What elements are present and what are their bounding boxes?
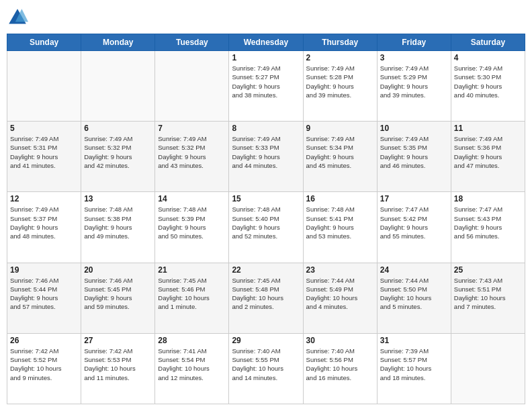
day-number: 9 — [306, 124, 374, 133]
calendar-cell: 9Sunrise: 7:49 AM Sunset: 5:34 PM Daylig… — [303, 122, 377, 192]
logo-icon — [7, 7, 28, 28]
day-number: 27 — [84, 336, 152, 345]
weekday-saturday: Saturday — [451, 34, 525, 51]
day-number: 24 — [380, 265, 448, 275]
day-info: Sunrise: 7:49 AM Sunset: 5:32 PM Dayligh… — [84, 134, 152, 170]
day-info: Sunrise: 7:49 AM Sunset: 5:31 PM Dayligh… — [10, 134, 78, 170]
day-info: Sunrise: 7:47 AM Sunset: 5:43 PM Dayligh… — [454, 205, 522, 240]
calendar-cell: 6Sunrise: 7:49 AM Sunset: 5:32 PM Daylig… — [81, 122, 155, 192]
day-number: 16 — [306, 194, 374, 203]
day-info: Sunrise: 7:42 AM Sunset: 5:52 PM Dayligh… — [10, 347, 78, 382]
calendar-cell: 28Sunrise: 7:41 AM Sunset: 5:54 PM Dayli… — [155, 333, 229, 404]
day-number: 30 — [306, 336, 374, 345]
day-info: Sunrise: 7:49 AM Sunset: 5:27 PM Dayligh… — [232, 64, 300, 99]
day-info: Sunrise: 7:47 AM Sunset: 5:42 PM Dayligh… — [380, 205, 448, 240]
day-number: 31 — [380, 336, 448, 345]
weekday-thursday: Thursday — [303, 34, 377, 51]
calendar-cell: 13Sunrise: 7:48 AM Sunset: 5:38 PM Dayli… — [81, 192, 155, 263]
day-number: 17 — [380, 194, 448, 203]
day-info: Sunrise: 7:39 AM Sunset: 5:57 PM Dayligh… — [380, 347, 448, 382]
day-info: Sunrise: 7:49 AM Sunset: 5:32 PM Dayligh… — [158, 134, 226, 170]
calendar-cell: 21Sunrise: 7:45 AM Sunset: 5:46 PM Dayli… — [155, 263, 229, 333]
day-info: Sunrise: 7:49 AM Sunset: 5:28 PM Dayligh… — [306, 64, 374, 99]
header — [7, 7, 525, 28]
calendar-row-2: 12Sunrise: 7:49 AM Sunset: 5:37 PM Dayli… — [7, 192, 525, 263]
calendar-cell: 31Sunrise: 7:39 AM Sunset: 5:57 PM Dayli… — [377, 333, 451, 404]
day-number: 12 — [10, 194, 78, 203]
calendar-table: SundayMondayTuesdayWednesdayThursdayFrid… — [7, 34, 525, 404]
day-number: 11 — [454, 124, 522, 133]
calendar-cell: 4Sunrise: 7:49 AM Sunset: 5:30 PM Daylig… — [451, 51, 525, 122]
day-info: Sunrise: 7:44 AM Sunset: 5:50 PM Dayligh… — [380, 276, 448, 312]
day-number: 25 — [454, 265, 522, 275]
calendar-cell: 14Sunrise: 7:48 AM Sunset: 5:39 PM Dayli… — [155, 192, 229, 263]
page: SundayMondayTuesdayWednesdayThursdayFrid… — [0, 0, 532, 411]
day-number: 1 — [232, 53, 300, 62]
calendar-cell: 19Sunrise: 7:46 AM Sunset: 5:44 PM Dayli… — [7, 263, 81, 333]
calendar-cell: 11Sunrise: 7:49 AM Sunset: 5:36 PM Dayli… — [451, 122, 525, 192]
calendar-row-4: 26Sunrise: 7:42 AM Sunset: 5:52 PM Dayli… — [7, 333, 525, 404]
calendar-cell: 30Sunrise: 7:40 AM Sunset: 5:56 PM Dayli… — [303, 333, 377, 404]
weekday-friday: Friday — [377, 34, 451, 51]
day-number: 28 — [158, 336, 226, 345]
calendar-cell: 20Sunrise: 7:46 AM Sunset: 5:45 PM Dayli… — [81, 263, 155, 333]
calendar-cell: 1Sunrise: 7:49 AM Sunset: 5:27 PM Daylig… — [229, 51, 303, 122]
calendar-cell: 16Sunrise: 7:48 AM Sunset: 5:41 PM Dayli… — [303, 192, 377, 263]
day-number: 3 — [380, 53, 448, 62]
calendar-cell: 29Sunrise: 7:40 AM Sunset: 5:55 PM Dayli… — [229, 333, 303, 404]
calendar-cell: 15Sunrise: 7:48 AM Sunset: 5:40 PM Dayli… — [229, 192, 303, 263]
calendar-cell — [451, 333, 525, 404]
calendar-cell: 24Sunrise: 7:44 AM Sunset: 5:50 PM Dayli… — [377, 263, 451, 333]
day-info: Sunrise: 7:49 AM Sunset: 5:36 PM Dayligh… — [454, 134, 522, 170]
day-number: 15 — [232, 194, 300, 203]
day-number: 22 — [232, 265, 300, 275]
day-info: Sunrise: 7:49 AM Sunset: 5:37 PM Dayligh… — [10, 205, 78, 240]
day-number: 13 — [84, 194, 152, 203]
calendar-cell: 25Sunrise: 7:43 AM Sunset: 5:51 PM Dayli… — [451, 263, 525, 333]
calendar-cell: 27Sunrise: 7:42 AM Sunset: 5:53 PM Dayli… — [81, 333, 155, 404]
day-number: 8 — [232, 124, 300, 133]
calendar-cell — [155, 51, 229, 122]
weekday-tuesday: Tuesday — [155, 34, 229, 51]
calendar-cell: 17Sunrise: 7:47 AM Sunset: 5:42 PM Dayli… — [377, 192, 451, 263]
day-info: Sunrise: 7:46 AM Sunset: 5:45 PM Dayligh… — [84, 276, 152, 312]
day-info: Sunrise: 7:42 AM Sunset: 5:53 PM Dayligh… — [84, 347, 152, 382]
calendar-row-0: 1Sunrise: 7:49 AM Sunset: 5:27 PM Daylig… — [7, 51, 525, 122]
day-info: Sunrise: 7:49 AM Sunset: 5:30 PM Dayligh… — [454, 64, 522, 99]
calendar-cell: 8Sunrise: 7:49 AM Sunset: 5:33 PM Daylig… — [229, 122, 303, 192]
day-number: 29 — [232, 336, 300, 345]
day-info: Sunrise: 7:40 AM Sunset: 5:55 PM Dayligh… — [232, 347, 300, 382]
day-number: 20 — [84, 265, 152, 275]
weekday-monday: Monday — [81, 34, 155, 51]
day-info: Sunrise: 7:48 AM Sunset: 5:40 PM Dayligh… — [232, 205, 300, 240]
day-info: Sunrise: 7:48 AM Sunset: 5:39 PM Dayligh… — [158, 205, 226, 240]
day-number: 2 — [306, 53, 374, 62]
day-number: 14 — [158, 194, 226, 203]
day-number: 26 — [10, 336, 78, 345]
calendar-cell: 12Sunrise: 7:49 AM Sunset: 5:37 PM Dayli… — [7, 192, 81, 263]
day-number: 21 — [158, 265, 226, 275]
weekday-sunday: Sunday — [7, 34, 81, 51]
day-info: Sunrise: 7:40 AM Sunset: 5:56 PM Dayligh… — [306, 347, 374, 382]
day-number: 7 — [158, 124, 226, 133]
calendar-cell: 5Sunrise: 7:49 AM Sunset: 5:31 PM Daylig… — [7, 122, 81, 192]
day-info: Sunrise: 7:49 AM Sunset: 5:29 PM Dayligh… — [380, 64, 448, 99]
day-info: Sunrise: 7:41 AM Sunset: 5:54 PM Dayligh… — [158, 347, 226, 382]
day-number: 23 — [306, 265, 374, 275]
calendar-row-3: 19Sunrise: 7:46 AM Sunset: 5:44 PM Dayli… — [7, 263, 525, 333]
calendar-cell: 22Sunrise: 7:45 AM Sunset: 5:48 PM Dayli… — [229, 263, 303, 333]
calendar-cell — [7, 51, 81, 122]
calendar-cell: 23Sunrise: 7:44 AM Sunset: 5:49 PM Dayli… — [303, 263, 377, 333]
calendar-cell: 18Sunrise: 7:47 AM Sunset: 5:43 PM Dayli… — [451, 192, 525, 263]
calendar-cell: 10Sunrise: 7:49 AM Sunset: 5:35 PM Dayli… — [377, 122, 451, 192]
weekday-wednesday: Wednesday — [229, 34, 303, 51]
day-info: Sunrise: 7:49 AM Sunset: 5:34 PM Dayligh… — [306, 134, 374, 170]
day-info: Sunrise: 7:43 AM Sunset: 5:51 PM Dayligh… — [454, 276, 522, 312]
day-number: 6 — [84, 124, 152, 133]
day-number: 19 — [10, 265, 78, 275]
calendar-row-1: 5Sunrise: 7:49 AM Sunset: 5:31 PM Daylig… — [7, 122, 525, 192]
day-number: 4 — [454, 53, 522, 62]
calendar-cell: 2Sunrise: 7:49 AM Sunset: 5:28 PM Daylig… — [303, 51, 377, 122]
day-info: Sunrise: 7:45 AM Sunset: 5:46 PM Dayligh… — [158, 276, 226, 312]
day-number: 18 — [454, 194, 522, 203]
